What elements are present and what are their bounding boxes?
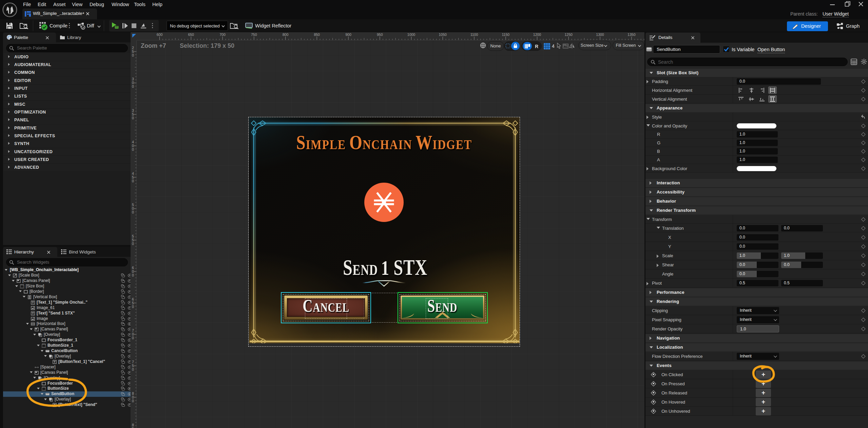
svg-text:1350: 1350 — [628, 33, 636, 37]
svg-text:0: 0 — [132, 273, 134, 277]
svg-text:0: 0 — [132, 84, 134, 88]
svg-text:950: 950 — [377, 33, 383, 37]
svg-text:1100: 1100 — [470, 33, 478, 37]
svg-text:0: 0 — [132, 147, 134, 151]
svg-text:0: 0 — [132, 336, 134, 340]
svg-text:0: 0 — [132, 179, 134, 183]
svg-text:5: 5 — [132, 427, 134, 428]
svg-text:0: 0 — [132, 399, 134, 403]
svg-text:650: 650 — [188, 33, 194, 37]
svg-text:0: 0 — [132, 53, 134, 57]
svg-text:1200: 1200 — [533, 33, 541, 37]
svg-text:850: 850 — [314, 33, 320, 37]
svg-text:900: 900 — [345, 33, 351, 37]
svg-text:800: 800 — [283, 33, 289, 37]
svg-text:0: 0 — [132, 305, 134, 309]
svg-text:750: 750 — [251, 33, 257, 37]
svg-text:1250: 1250 — [565, 33, 573, 37]
svg-text:0: 0 — [132, 242, 134, 246]
svg-text:0: 0 — [132, 210, 134, 214]
svg-text:1300: 1300 — [596, 33, 604, 37]
svg-text:1050: 1050 — [439, 33, 447, 37]
svg-text:0: 0 — [132, 367, 134, 371]
svg-text:700: 700 — [219, 33, 226, 37]
svg-text:1000: 1000 — [407, 33, 416, 37]
svg-text:1150: 1150 — [502, 33, 510, 37]
svg-text:600: 600 — [157, 33, 163, 37]
svg-text:0: 0 — [132, 116, 134, 120]
